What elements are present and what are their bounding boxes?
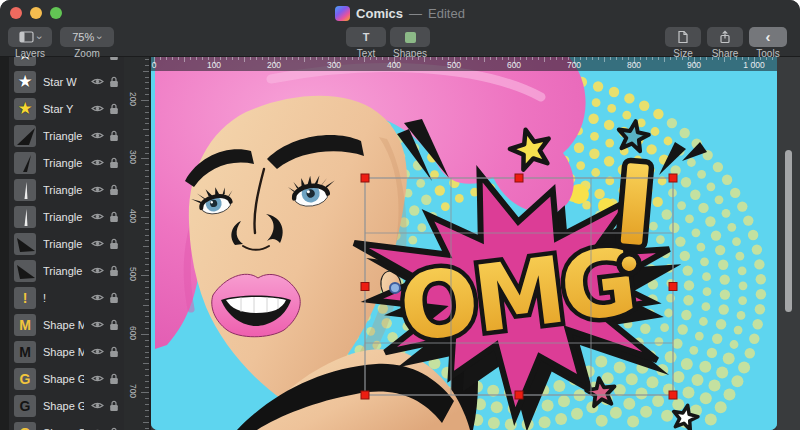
edited-status: Edited <box>428 6 465 21</box>
selection-handle[interactable] <box>669 391 677 399</box>
layer-row[interactable]: GShape G <box>9 392 124 419</box>
layer-row[interactable]: OShape O <box>9 419 124 430</box>
ruler-tick-label: 200 <box>128 92 138 106</box>
visibility-eye-icon[interactable] <box>91 57 104 59</box>
layer-row[interactable]: MShape M <box>9 311 124 338</box>
letter-shape-icon: O <box>20 425 31 430</box>
ruler-tick-label: 400 <box>387 60 401 70</box>
layer-row[interactable]: Triangle 2 <box>9 149 124 176</box>
letter-shape-icon: G <box>20 371 31 387</box>
layer-row[interactable]: ★Star Y <box>9 95 124 122</box>
lock-icon[interactable] <box>109 184 119 196</box>
layer-name: Shape G <box>43 373 84 385</box>
layer-row[interactable]: ★Star W <box>9 68 124 95</box>
layer-name: Shape M <box>43 346 84 358</box>
visibility-eye-icon[interactable] <box>91 293 104 302</box>
lock-icon[interactable] <box>109 76 119 88</box>
ruler-tick-label: 800 <box>627 60 641 70</box>
layer-row[interactable]: GShape G <box>9 365 124 392</box>
ruler-tick-label: 200 <box>267 60 281 70</box>
visibility-eye-icon[interactable] <box>91 266 104 275</box>
visibility-eye-icon[interactable] <box>91 185 104 194</box>
selection-handle[interactable] <box>515 391 523 399</box>
layer-thumbnail <box>14 260 36 282</box>
layer-name: Triangle 1 <box>43 130 84 142</box>
title-separator: — <box>409 6 422 21</box>
chevron-left-icon: ‹ <box>766 28 771 45</box>
lock-icon[interactable] <box>109 427 119 430</box>
lock-icon[interactable] <box>109 103 119 115</box>
star-icon: ★ <box>17 57 32 63</box>
layer-name: Shape G <box>43 400 84 412</box>
letter-shape-icon: M <box>19 344 31 360</box>
document-icon <box>677 30 689 44</box>
triangle-4-icon <box>14 233 36 255</box>
main-content: ★★Star W★Star YTriangle 1Triangle 2Trian… <box>0 57 800 430</box>
layer-row[interactable]: MShape M <box>9 338 124 365</box>
visibility-eye-icon[interactable] <box>91 374 104 383</box>
triangle-2-icon <box>14 152 36 174</box>
zoom-dropdown[interactable]: 75% › <box>60 27 114 47</box>
letter-shape-icon: G <box>20 398 31 414</box>
lock-icon[interactable] <box>109 346 119 358</box>
selection-handle[interactable] <box>669 283 677 291</box>
lock-icon[interactable] <box>109 319 119 331</box>
visibility-eye-icon[interactable] <box>91 401 104 410</box>
layer-row[interactable]: Triangle 1 <box>9 122 124 149</box>
shapes-tool-button[interactable] <box>390 27 430 47</box>
canvas[interactable]: OMG 01002003004005006007008 <box>151 57 777 430</box>
visibility-eye-icon[interactable] <box>91 320 104 329</box>
selection-handle[interactable] <box>361 283 369 291</box>
layer-row[interactable]: Triangle 4 <box>9 230 124 257</box>
visibility-eye-icon[interactable] <box>91 158 104 167</box>
selection-handle[interactable] <box>361 174 369 182</box>
size-button[interactable] <box>665 27 701 47</box>
lock-icon[interactable] <box>109 238 119 250</box>
lock-icon[interactable] <box>109 265 119 277</box>
earring-anchor-dot[interactable] <box>390 283 400 293</box>
document-title: Comics <box>356 6 403 21</box>
titlebar: Comics — Edited <box>0 0 800 26</box>
share-button[interactable] <box>707 27 743 47</box>
canvas-artwork[interactable]: OMG <box>151 57 777 430</box>
shape-square-icon <box>405 32 416 43</box>
lock-icon[interactable] <box>109 57 119 61</box>
layer-row[interactable]: Triangle 3 <box>9 203 124 230</box>
tools-button[interactable]: ‹ <box>749 27 787 47</box>
right-gutter <box>777 57 800 430</box>
visibility-eye-icon[interactable] <box>91 239 104 248</box>
lock-icon[interactable] <box>109 292 119 304</box>
layer-thumbnail: M <box>14 341 36 363</box>
text-tool-button[interactable]: T <box>346 27 386 47</box>
layers-panel-icon <box>19 31 34 43</box>
selection-handle[interactable] <box>361 391 369 399</box>
lock-icon[interactable] <box>109 400 119 412</box>
lock-icon[interactable] <box>109 130 119 142</box>
layer-row[interactable]: ★ <box>9 57 124 68</box>
visibility-eye-icon[interactable] <box>91 77 104 86</box>
ruler-tick-label: 700 <box>128 384 138 398</box>
visibility-eye-icon[interactable] <box>91 212 104 221</box>
layer-thumbnail <box>14 233 36 255</box>
vertical-scrollbar[interactable] <box>785 150 792 312</box>
lock-icon[interactable] <box>109 211 119 223</box>
layer-row[interactable]: !! <box>9 284 124 311</box>
vertical-ruler: 200300400500600700 <box>124 57 151 430</box>
triangle-3-icon <box>14 206 36 228</box>
layer-row[interactable]: Triangle 4 <box>9 257 124 284</box>
lock-icon[interactable] <box>109 157 119 169</box>
visibility-eye-icon[interactable] <box>91 131 104 140</box>
selection-handle[interactable] <box>515 174 523 182</box>
letter-shape-icon: M <box>19 317 31 333</box>
layer-row[interactable]: Triangle 3 <box>9 176 124 203</box>
visibility-eye-icon[interactable] <box>91 104 104 113</box>
layer-name: Shape M <box>43 319 84 331</box>
visibility-eye-icon[interactable] <box>91 347 104 356</box>
layer-thumbnail: ★ <box>14 71 36 93</box>
selection-handle[interactable] <box>669 174 677 182</box>
lock-icon[interactable] <box>109 373 119 385</box>
layers-panel: ★★Star W★Star YTriangle 1Triangle 2Trian… <box>0 57 124 430</box>
layer-thumbnail <box>14 152 36 174</box>
layers-button[interactable]: › <box>8 27 52 47</box>
layer-thumbnail <box>14 125 36 147</box>
